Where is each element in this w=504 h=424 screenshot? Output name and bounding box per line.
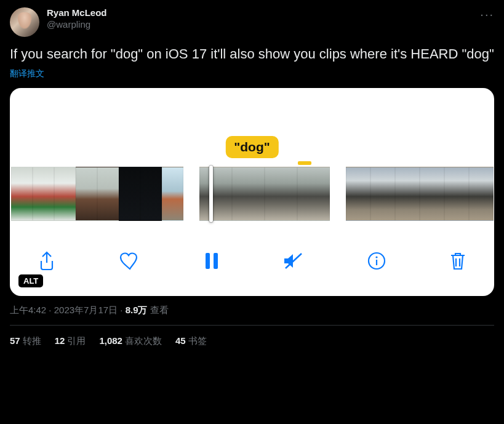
display-name: Ryan McLeod	[47, 7, 107, 19]
views-label: 查看	[150, 305, 169, 315]
thumbnail	[370, 167, 395, 221]
tweet-container: Ryan McLeod @warpling ··· If you search …	[0, 0, 504, 354]
views-count: 8.9万	[126, 305, 148, 315]
thumbnail	[162, 167, 183, 221]
thumbnail	[395, 167, 420, 221]
thumbnail	[444, 167, 469, 221]
thumbnail	[420, 167, 444, 221]
video-timeline[interactable]	[10, 167, 494, 221]
thumbnail	[33, 167, 54, 221]
playhead[interactable]	[209, 166, 213, 222]
handle: @warpling	[47, 19, 107, 31]
svg-rect-1	[214, 253, 218, 269]
thumbnail	[54, 167, 76, 221]
tweet-meta: 上午4:422023年7月17日8.9万 查看	[10, 305, 494, 316]
tweet-header: Ryan McLeod @warpling ···	[10, 7, 494, 37]
alt-badge[interactable]: ALT	[18, 274, 43, 287]
thumbnail	[119, 167, 140, 221]
stat-retweets[interactable]: 57转推	[10, 335, 41, 347]
date[interactable]: 2023年7月17日	[54, 305, 118, 315]
pause-icon[interactable]	[204, 252, 220, 270]
clip-group[interactable]	[346, 167, 494, 221]
svg-rect-0	[206, 253, 210, 269]
share-icon[interactable]	[37, 250, 57, 271]
media-card[interactable]: "dog"	[10, 88, 494, 296]
thumbnail	[469, 167, 494, 221]
tweet-stats: 57转推 12引用 1,082喜欢次数 45书签	[10, 326, 494, 347]
time[interactable]: 上午4:42	[10, 305, 46, 315]
clip-group[interactable]	[11, 167, 183, 221]
svg-point-4	[375, 256, 377, 258]
stat-quotes[interactable]: 12引用	[55, 335, 86, 347]
media-toolbar	[10, 243, 494, 279]
tweet-text: If you search for "dog" on iOS 17 it'll …	[10, 46, 494, 63]
tag-marker	[298, 161, 311, 165]
thumbnail	[199, 167, 232, 221]
thumbnail	[297, 167, 330, 221]
stat-likes[interactable]: 1,082喜欢次数	[99, 335, 162, 347]
stat-bookmarks[interactable]: 45书签	[175, 335, 207, 347]
heart-icon[interactable]	[119, 251, 141, 271]
thumbnail	[97, 167, 119, 221]
info-icon[interactable]	[367, 251, 386, 271]
thumbnail	[265, 167, 297, 221]
clip-group[interactable]	[199, 167, 330, 221]
thumbnail	[346, 167, 370, 221]
trash-icon[interactable]	[449, 250, 467, 271]
avatar[interactable]	[10, 7, 39, 37]
mute-icon[interactable]	[282, 251, 304, 271]
more-icon[interactable]: ···	[480, 7, 494, 22]
thumbnail	[11, 167, 33, 221]
thumbnail	[232, 167, 265, 221]
thumbnail	[76, 167, 97, 221]
author-names[interactable]: Ryan McLeod @warpling	[47, 7, 107, 31]
translate-link[interactable]: 翻译推文	[10, 68, 494, 79]
thumbnail	[140, 167, 162, 221]
search-tag: "dog"	[225, 136, 278, 158]
